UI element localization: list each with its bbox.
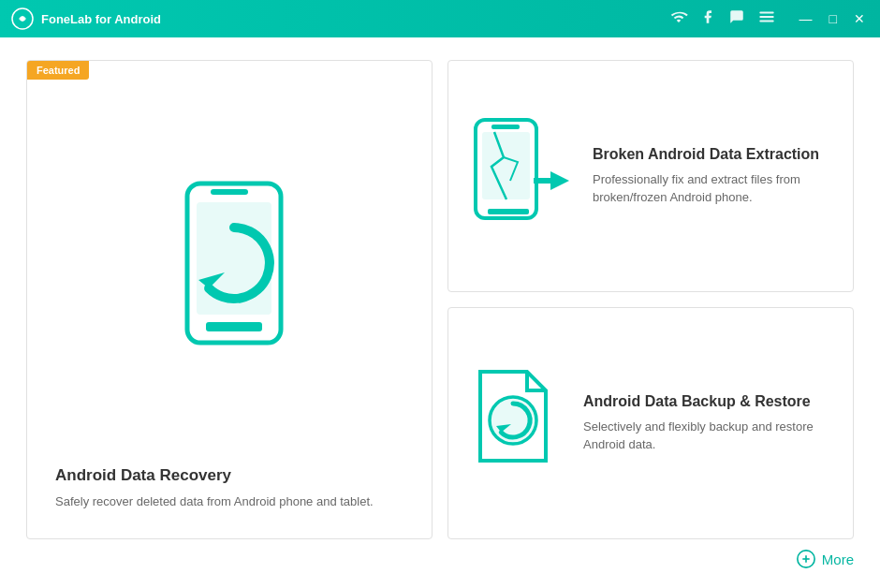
titlebar: FoneLab for Android — □ xyxy=(0,0,880,37)
main-content: Featured xyxy=(0,37,880,588)
backup-restore-icon xyxy=(471,367,565,470)
broken-text: Broken Android Data Extraction Professio… xyxy=(593,146,830,207)
broken-title: Broken Android Data Extraction xyxy=(593,146,830,163)
svg-rect-4 xyxy=(211,189,248,195)
maximize-button[interactable]: □ xyxy=(826,9,841,28)
svg-rect-9 xyxy=(491,125,520,129)
chat-icon[interactable] xyxy=(728,8,745,29)
phone-recovery-icon xyxy=(136,165,323,380)
svg-rect-12 xyxy=(534,178,550,184)
card-featured-inner: Android Data Recovery Safely recover del… xyxy=(55,89,403,510)
svg-rect-8 xyxy=(482,132,530,199)
svg-marker-11 xyxy=(550,171,569,190)
broken-icon-area xyxy=(471,115,574,228)
bottom-bar: More xyxy=(26,539,854,569)
broken-desc: Professionally fix and extract files fro… xyxy=(593,170,830,207)
featured-badge: Featured xyxy=(27,61,89,80)
more-circle-icon xyxy=(796,549,816,569)
recovery-text: Android Data Recovery Safely recover del… xyxy=(55,466,403,511)
recovery-desc: Safely recover deleted data from Android… xyxy=(55,492,403,511)
cards-grid: Featured xyxy=(26,60,854,539)
titlebar-left: FoneLab for Android xyxy=(11,7,161,30)
app-title: FoneLab for Android xyxy=(41,12,161,26)
titlebar-right: — □ ✕ xyxy=(670,8,869,29)
backup-title: Android Data Backup & Restore xyxy=(583,393,830,410)
window-controls: — □ ✕ xyxy=(796,9,869,28)
close-button[interactable]: ✕ xyxy=(850,9,869,28)
svg-point-1 xyxy=(21,17,25,22)
recovery-icon-area xyxy=(136,89,323,457)
svg-rect-5 xyxy=(206,322,262,331)
menu-icon[interactable] xyxy=(758,8,775,29)
fonelab-logo-icon xyxy=(11,7,34,30)
wifi-icon[interactable] xyxy=(670,8,687,29)
backup-text: Android Data Backup & Restore Selectivel… xyxy=(583,393,830,454)
card-android-data-recovery[interactable]: Featured xyxy=(26,60,433,539)
backup-desc: Selectively and flexibly backup and rest… xyxy=(583,418,830,454)
facebook-icon[interactable] xyxy=(700,8,715,29)
svg-rect-10 xyxy=(488,209,529,214)
minimize-button[interactable]: — xyxy=(796,9,816,28)
more-button[interactable]: More xyxy=(796,549,854,569)
recovery-title: Android Data Recovery xyxy=(55,466,403,485)
more-label: More xyxy=(822,551,854,567)
broken-phone-icon xyxy=(471,115,574,228)
backup-icon-area xyxy=(471,367,565,470)
card-broken-android[interactable]: Broken Android Data Extraction Professio… xyxy=(447,60,854,292)
card-backup-restore[interactable]: Android Data Backup & Restore Selectivel… xyxy=(447,307,854,539)
